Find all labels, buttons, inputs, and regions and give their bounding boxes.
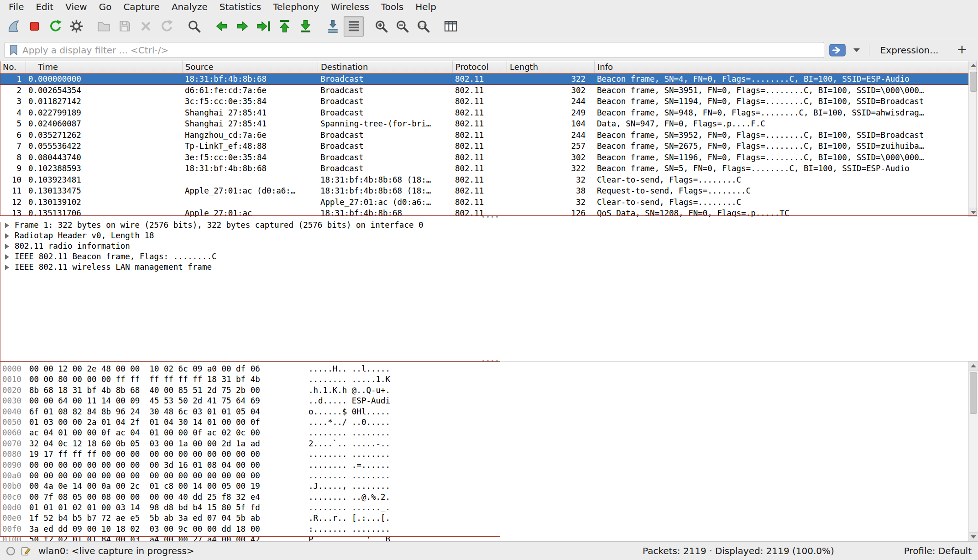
hex-row[interactable]: 0060ac 04 01 00 00 0f ac 04 01 00 00 0f … [0,428,978,438]
column-header-destination[interactable]: Destination [318,61,453,73]
packet-row[interactable]: 100.10392348118:31:bf:4b:8b:68 (18:…802.… [0,174,978,186]
hex-row[interactable]: 00d001 01 01 02 01 00 03 14 98 d8 bd b4 … [0,502,978,513]
detail-row[interactable]: IEEE 802.11 wireless LAN management fram… [0,262,978,272]
menu-tools[interactable]: Tools [375,1,409,13]
hex-row[interactable]: 003000 00 64 00 11 14 00 09 45 53 50 2d … [0,396,978,406]
hex-row[interactable]: 007032 04 0c 12 18 60 0b 05 03 00 1a 00 … [0,439,978,449]
apply-filter-button[interactable] [828,43,847,57]
find-packet-button[interactable] [184,16,204,37]
display-filter-input[interactable]: Apply a display filter ... <Ctrl-/> [5,42,824,58]
wireshark-window: FileEditViewGoCaptureAnalyzeStatisticsTe… [0,0,978,560]
zoom-in-button[interactable] [371,16,391,37]
packet-row[interactable]: 70.055536422Tp-LinkT_ef:48:88Broadcast80… [0,141,978,152]
scroll-down-button[interactable] [969,532,978,541]
pane-splitter-handle[interactable] [480,215,500,218]
capture-comment-icon[interactable] [21,546,31,556]
scroll-up-button[interactable] [969,361,978,371]
column-header-time[interactable]: Time [26,61,183,73]
packet-row[interactable]: 120.130139102Apple_27:01:ac (d0:a6:…802.… [0,197,978,208]
detail-row[interactable]: 802.11 radio information [0,241,978,251]
hex-row[interactable]: 001000 00 80 00 00 00 ff ff ff ff ff ff … [0,374,978,385]
filter-history-dropdown[interactable] [851,43,863,57]
go-last-packet-button[interactable] [295,16,315,37]
column-header-source[interactable]: Source [183,61,318,73]
packet-row[interactable]: 30.0118271423c:f5:cc:0e:35:84Broadcast80… [0,96,978,107]
hex-row[interactable]: 010050 f2 02 01 01 84 00 03 a4 00 00 27 … [0,534,978,541]
packet-row[interactable]: 90.10238859318:31:bf:4b:8b:68Broadcast80… [0,163,978,174]
pane-splitter-handle[interactable] [480,360,500,362]
hex-row[interactable]: 005001 03 00 00 2a 01 04 2f 01 04 30 14 … [0,417,978,428]
add-filter-button[interactable]: + [950,42,973,58]
expander-arrow-icon[interactable] [5,244,9,249]
detail-row[interactable]: IEEE 802.11 Beacon frame, Flags: .......… [0,251,978,262]
menu-edit[interactable]: Edit [30,1,59,13]
profile-status[interactable]: Profile: Default [904,545,978,556]
resize-columns-button[interactable] [440,16,460,37]
stop-capture-button[interactable] [24,16,44,37]
zoom-original-button[interactable]: 1:1 [413,16,433,37]
menu-file[interactable]: File [3,1,30,13]
cell-no: 4 [0,107,26,119]
hex-row[interactable]: 00a000 00 00 00 00 00 00 00 00 00 00 00 … [0,471,978,481]
hex-row[interactable]: 009000 00 00 00 00 00 00 00 00 3d 16 01 … [0,460,978,471]
zoom-out-button[interactable] [392,16,412,37]
scrollbar-thumb[interactable] [970,372,977,414]
auto-scroll-button[interactable] [323,16,343,37]
expert-info-icon[interactable] [5,546,16,556]
menu-go[interactable]: Go [93,1,118,13]
expression-button[interactable]: Expression... [876,43,943,58]
go-back-button[interactable] [211,16,231,37]
go-forward-button[interactable] [232,16,252,37]
cell-no: 10 [0,174,26,186]
detail-row[interactable]: Frame 1: 322 bytes on wire (2576 bits), … [0,220,978,230]
scroll-down-button[interactable] [969,208,978,217]
cell-info: Beacon frame, SN=3952, FN=0, Flags=.....… [595,130,978,141]
packet-row[interactable]: 80.0804437403e:f5:cc:0e:35:84Broadcast80… [0,152,978,163]
hex-row[interactable]: 000000 00 12 00 2e 48 00 00 10 02 6c 09 … [0,364,978,374]
cell-time: 0.055536422 [26,141,183,152]
restart-capture-button[interactable] [45,16,65,37]
menu-telephony[interactable]: Telephony [267,1,325,13]
hex-scrollbar[interactable] [968,361,978,541]
filter-bookmark-icon[interactable] [9,44,19,56]
hex-bytes: ac 04 01 00 00 0f ac 04 01 00 00 0f ac 0… [29,428,309,438]
packet-row[interactable]: 10.00000000018:31:bf:4b:8b:68Broadcast80… [0,73,978,85]
start-capture-button[interactable] [3,16,23,37]
colorize-button[interactable] [344,16,364,37]
packet-row[interactable]: 50.024060087Shanghai_27:85:41Spanning-tr… [0,118,978,130]
menu-wireless[interactable]: Wireless [325,1,375,13]
hex-row[interactable]: 00b000 4a 0e 14 00 0a 00 2c 01 c8 00 14 … [0,481,978,492]
column-header-length[interactable]: Length [507,61,595,73]
packet-row[interactable]: 60.035271262Hangzhou_cd:7a:6eBroadcast80… [0,130,978,141]
column-header-no[interactable]: No. [0,61,26,73]
expander-arrow-icon[interactable] [5,233,9,239]
packet-row[interactable]: 20.002654354d6:61:fe:cd:7a:6eBroadcast80… [0,85,978,96]
hex-row[interactable]: 00e01f 52 b4 b5 b7 72 ae e5 5b ab 3a ed … [0,513,978,523]
hex-row[interactable]: 00c000 7f 08 05 00 08 00 00 00 00 40 dd … [0,492,978,502]
packet-list-scrollbar[interactable] [968,61,978,217]
column-header-info[interactable]: Info [595,61,978,73]
packet-row[interactable]: 40.022799189Shanghai_27:85:41Broadcast80… [0,107,978,119]
menu-capture[interactable]: Capture [117,1,166,13]
hex-row[interactable]: 00208b 68 18 31 bf 4b 8b 68 40 00 85 51 … [0,385,978,396]
menu-help[interactable]: Help [409,1,442,13]
expander-arrow-icon[interactable] [5,223,9,228]
menu-analyze[interactable]: Analyze [166,1,214,13]
scroll-up-button[interactable] [969,61,978,70]
menu-view[interactable]: View [59,1,93,13]
expander-arrow-icon[interactable] [5,254,9,260]
hex-row[interactable]: 008019 17 ff ff ff 00 00 00 00 00 00 00 … [0,449,978,460]
scrollbar-thumb[interactable] [970,72,977,92]
hex-row[interactable]: 00f03a ed dd 09 00 10 18 02 03 00 9c 00 … [0,524,978,534]
go-to-packet-button[interactable] [253,16,273,37]
capture-options-button[interactable] [66,16,86,37]
go-first-packet-button[interactable] [274,16,294,37]
detail-row[interactable]: Radiotap Header v0, Length 18 [0,230,978,241]
close-file-button [136,16,156,37]
hex-offset: 0050 [0,417,29,428]
expander-arrow-icon[interactable] [5,265,9,270]
column-header-protocol[interactable]: Protocol [453,61,507,73]
hex-row[interactable]: 00406f 01 08 82 84 8b 96 24 30 48 6c 03 … [0,407,978,417]
menu-statistics[interactable]: Statistics [214,1,267,13]
packet-row[interactable]: 110.130133475Apple_27:01:ac (d0:a6:…18:3… [0,185,978,197]
